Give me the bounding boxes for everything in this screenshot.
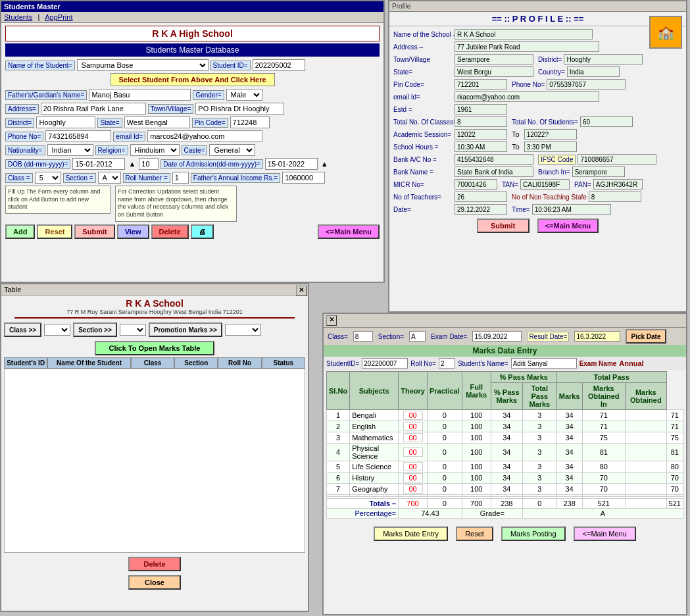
phone-input[interactable] — [45, 130, 111, 142]
p-ifsc-input[interactable] — [578, 154, 656, 165]
marks-posting-button[interactable]: Marks Posting — [501, 526, 566, 541]
class-select-table[interactable] — [44, 324, 70, 336]
p-session-from[interactable] — [455, 129, 507, 140]
p-non-teaching-input[interactable] — [589, 192, 641, 202]
p-classes-input[interactable] — [455, 116, 507, 127]
p-bank-input[interactable] — [455, 154, 533, 165]
p-district-input[interactable] — [564, 54, 643, 64]
student-id-input[interactable] — [253, 59, 305, 71]
marks-sid-input[interactable] — [362, 358, 408, 369]
select-student-button[interactable]: Select Student From Above And Click Here — [111, 73, 275, 86]
cell-theory[interactable] — [399, 484, 428, 495]
marks-name-input[interactable] — [511, 358, 577, 369]
table-delete-button[interactable]: Delete — [128, 557, 181, 571]
profile-main-menu-button[interactable]: <=Main Menu — [537, 218, 599, 233]
dob-input[interactable] — [72, 158, 125, 170]
p-pan-input[interactable] — [593, 179, 643, 190]
p-students-input[interactable] — [580, 116, 633, 127]
p-phone-input[interactable] — [547, 79, 626, 90]
menu-students[interactable]: Students — [4, 13, 32, 21]
p-country-input[interactable] — [567, 66, 620, 77]
menu-appprint[interactable]: AppPrint — [45, 13, 72, 21]
marks-main-menu-button[interactable]: <=Main Menu — [574, 526, 636, 541]
cell-theory[interactable] — [399, 444, 428, 461]
cell-theory[interactable] — [399, 461, 428, 473]
p-hours-to[interactable] — [524, 141, 577, 152]
pincode-input[interactable] — [230, 116, 270, 128]
cell-theory[interactable] — [399, 432, 428, 444]
pick-date-button[interactable]: Pick Date — [626, 329, 666, 344]
open-marks-button[interactable]: Click To Open Marks Table — [95, 341, 215, 355]
marks-section-input[interactable] — [409, 331, 426, 342]
promotion-btn[interactable]: Promotion Marks >> — [149, 322, 222, 337]
delete-button[interactable]: Delete — [151, 224, 189, 239]
marks-roll-input[interactable] — [439, 358, 455, 369]
reset-button[interactable]: Reset — [37, 224, 72, 239]
cell-theory[interactable] — [399, 421, 428, 432]
marks-close-icon[interactable]: ✕ — [326, 315, 337, 326]
class-select[interactable]: 5 — [35, 172, 61, 184]
income-input[interactable] — [282, 172, 325, 184]
p-branch-label: Branch In= — [538, 168, 570, 176]
main-menu-button[interactable]: <=Main Menu — [318, 224, 380, 239]
pincode-label: Pin Code= — [192, 118, 228, 128]
marks-reset-button[interactable]: Reset — [456, 526, 493, 541]
religion-select[interactable]: Hinduism — [130, 144, 180, 156]
roll-input[interactable] — [172, 172, 189, 184]
town-input[interactable] — [195, 103, 284, 115]
p-school-name-input[interactable] — [455, 29, 593, 39]
p-state-input[interactable] — [455, 66, 533, 77]
age-input[interactable] — [139, 158, 159, 170]
p-town-input[interactable] — [455, 54, 533, 64]
p-estd-input[interactable] — [455, 104, 507, 115]
nationality-select[interactable]: Indian — [47, 144, 93, 156]
cell-pass-pct: 34 — [491, 410, 522, 421]
student-name-select[interactable]: Sampurna Bose — [77, 59, 209, 71]
state-input[interactable] — [124, 116, 190, 128]
marks-entry-button[interactable]: Marks Date Entry — [374, 526, 448, 541]
p-time-input[interactable] — [532, 204, 611, 215]
view-button[interactable]: View — [117, 224, 149, 239]
print-button[interactable]: 🖨 — [191, 224, 214, 239]
submit-button[interactable]: Submit — [74, 224, 114, 239]
p-tan-input[interactable] — [520, 179, 570, 190]
p-teachers-input[interactable] — [455, 192, 507, 202]
cell-theory[interactable] — [399, 473, 428, 484]
section-select[interactable]: A — [98, 172, 121, 184]
p-micr-input[interactable] — [455, 179, 497, 190]
cell-theory[interactable] — [399, 410, 428, 421]
section-btn[interactable]: Section >> — [73, 322, 117, 337]
p-pin-input[interactable] — [455, 79, 507, 90]
profile-state-row: State= Country= — [393, 66, 682, 77]
cell-pass-pct: 34 — [491, 432, 522, 444]
p-hours-from[interactable] — [455, 141, 507, 152]
p-date-input[interactable] — [455, 204, 507, 215]
marks-section-label: Section= — [378, 333, 404, 340]
section-select-table[interactable] — [120, 324, 146, 336]
promotion-select[interactable] — [225, 324, 261, 336]
district-input[interactable] — [36, 116, 95, 128]
close-icon[interactable]: ✕ — [296, 286, 307, 296]
cell-practical: 0 — [427, 484, 462, 495]
admission-input[interactable] — [265, 158, 318, 170]
table-close-button[interactable]: Close — [128, 575, 181, 590]
class-btn[interactable]: Class >> — [4, 322, 41, 337]
marks-result-date-input[interactable] — [574, 331, 620, 342]
p-hours-label: School Hours = — [393, 143, 453, 151]
gender-select[interactable]: Male — [226, 89, 262, 101]
p-branch-input[interactable] — [572, 167, 625, 177]
add-button[interactable]: Add — [5, 224, 35, 239]
p-address-input[interactable] — [455, 41, 599, 52]
p-micr-label: MICR No= — [393, 181, 453, 188]
p-session-to[interactable] — [524, 129, 577, 140]
profile-submit-button[interactable]: Submit — [477, 218, 530, 233]
address-input[interactable] — [41, 103, 146, 115]
p-email-input[interactable] — [455, 91, 599, 102]
marks-exam-date-input[interactable] — [472, 331, 522, 342]
caste-select[interactable]: General — [209, 144, 255, 156]
marks-class-input[interactable] — [353, 331, 373, 342]
p-bankname-input[interactable] — [455, 167, 533, 177]
th-subjects: Subjects — [350, 372, 399, 410]
email-input[interactable] — [147, 130, 262, 142]
father-input[interactable] — [89, 89, 191, 101]
